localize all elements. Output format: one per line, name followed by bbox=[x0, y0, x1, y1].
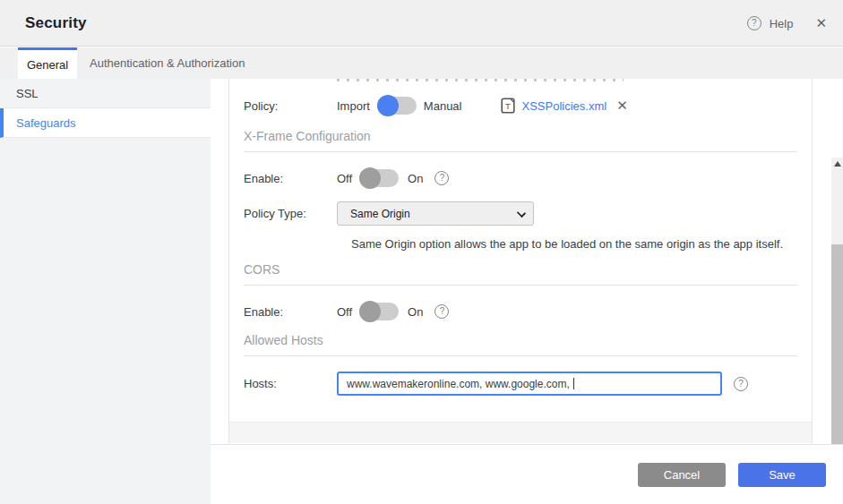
xframe-toggle-knob bbox=[359, 167, 381, 189]
sidebar-item-safeguards[interactable]: Safeguards bbox=[0, 108, 211, 138]
xframe-enable-row: Enable: Off On ? bbox=[229, 169, 812, 187]
policy-type-value: Same Origin bbox=[350, 208, 410, 220]
hosts-input[interactable]: www.wavemakeronline.com, www.google.com, bbox=[337, 372, 722, 396]
tab-general[interactable]: General bbox=[18, 47, 77, 79]
remove-file-icon[interactable]: ✕ bbox=[616, 98, 628, 114]
tab-bar: General Authentication & Authorization bbox=[0, 47, 843, 79]
cors-enable-row: Enable: Off On ? bbox=[229, 303, 812, 320]
safeguards-panel: Policy: Import Manual T XSSPolicies.xml … bbox=[228, 79, 813, 443]
scrollbar-up-arrow-icon[interactable] bbox=[831, 158, 843, 169]
policy-option-import[interactable]: Import bbox=[337, 99, 370, 113]
xframe-enable-toggle[interactable] bbox=[359, 169, 399, 187]
help-icon[interactable]: ? bbox=[747, 16, 761, 30]
security-dialog: Security ? Help ✕ General Authentication… bbox=[0, 0, 843, 504]
hosts-label: Hosts: bbox=[244, 377, 337, 390]
text-caret bbox=[573, 378, 574, 389]
cors-section-heading: CORS bbox=[244, 251, 797, 286]
page-title: Security bbox=[25, 14, 87, 32]
policy-toggle[interactable] bbox=[377, 97, 417, 115]
sidebar: SSL Safeguards bbox=[0, 79, 211, 504]
cors-off-label[interactable]: Off bbox=[337, 305, 352, 319]
policy-row: Policy: Import Manual T XSSPolicies.xml … bbox=[229, 97, 812, 115]
policy-toggle-knob bbox=[377, 95, 399, 116]
cors-enable-label: Enable: bbox=[244, 305, 337, 319]
cancel-button[interactable]: Cancel bbox=[638, 463, 726, 487]
xframe-on-label[interactable]: On bbox=[408, 172, 423, 185]
cors-enable-toggle[interactable] bbox=[359, 303, 399, 320]
sidebar-item-ssl[interactable]: SSL bbox=[0, 79, 211, 108]
clipped-scrolled-text bbox=[337, 79, 624, 81]
policy-file-link[interactable]: XSSPolicies.xml bbox=[521, 99, 606, 113]
policy-type-row: Policy Type: Same Origin bbox=[229, 201, 812, 226]
cors-toggle-knob bbox=[359, 301, 381, 322]
policy-type-description: Same Origin option allows the app to be … bbox=[229, 237, 812, 251]
chevron-down-icon bbox=[517, 209, 526, 218]
panel-bottom-strip bbox=[229, 422, 812, 443]
dialog-header: Security ? Help ✕ bbox=[0, 0, 843, 47]
policy-type-label: Policy Type: bbox=[244, 207, 337, 220]
xframe-section-heading: X-Frame Configuration bbox=[244, 115, 797, 152]
main-content: Policy: Import Manual T XSSPolicies.xml … bbox=[211, 79, 843, 444]
cors-help-icon[interactable]: ? bbox=[434, 304, 449, 319]
help-link[interactable]: Help bbox=[770, 17, 794, 30]
policy-label: Policy: bbox=[244, 99, 337, 113]
cors-on-label[interactable]: On bbox=[408, 305, 423, 319]
hosts-row: Hosts: www.wavemakeronline.com, www.goog… bbox=[229, 372, 812, 396]
policy-option-manual[interactable]: Manual bbox=[424, 99, 462, 113]
policy-type-select[interactable]: Same Origin bbox=[337, 201, 534, 226]
svg-text:T: T bbox=[506, 101, 512, 111]
xml-file-icon: T bbox=[501, 98, 515, 114]
xframe-enable-label: Enable: bbox=[244, 172, 337, 185]
allowed-hosts-heading: Allowed Hosts bbox=[244, 320, 797, 356]
save-button[interactable]: Save bbox=[738, 463, 826, 487]
hosts-input-value: www.wavemakeronline.com, www.google.com, bbox=[347, 378, 572, 390]
xframe-help-icon[interactable]: ? bbox=[434, 171, 449, 185]
xframe-off-label[interactable]: Off bbox=[337, 172, 352, 185]
dialog-footer: Cancel Save bbox=[211, 444, 843, 504]
policy-file: T XSSPolicies.xml ✕ bbox=[501, 98, 627, 114]
close-icon[interactable]: ✕ bbox=[815, 15, 827, 31]
hosts-help-icon[interactable]: ? bbox=[734, 377, 748, 391]
tab-authentication-authorization[interactable]: Authentication & Authorization bbox=[77, 47, 257, 79]
